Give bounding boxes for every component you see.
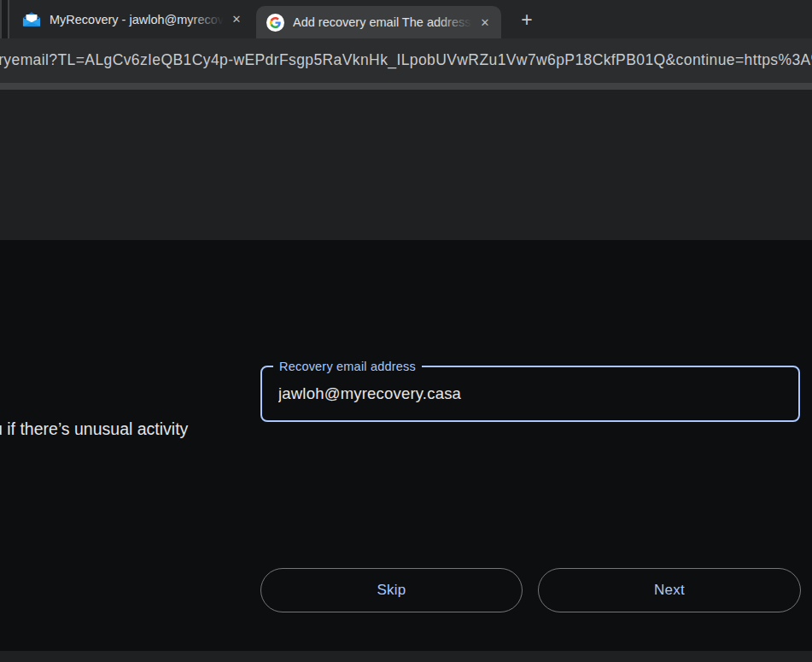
close-icon[interactable]: ✕ xyxy=(476,13,494,32)
address-bar: eryemail?TL=ALgCv6zIeQB1Cy4p-wEPdrFsgp5R… xyxy=(0,38,812,83)
tab-add-recovery-email[interactable]: Add recovery email The address ✕ xyxy=(256,6,501,38)
tab-title-fade xyxy=(188,11,224,28)
skip-button[interactable]: Skip xyxy=(260,568,523,612)
recovery-email-field: Recovery email address xyxy=(260,366,800,422)
tab-myrecovery[interactable]: MyRecovery - jawloh@myrecov ✕ xyxy=(12,0,253,38)
omnibox-bottom-edge xyxy=(0,83,812,90)
tab-title-fade xyxy=(436,14,472,31)
google-g-icon xyxy=(266,14,284,32)
window-edge-sliver xyxy=(0,0,9,38)
unusual-activity-text: u if there’s unusual activity xyxy=(0,419,188,439)
new-tab-icon[interactable]: + xyxy=(515,8,539,32)
tab-strip: MyRecovery - jawloh@myrecov ✕ Add recove… xyxy=(0,0,812,38)
page-content: u if there’s unusual activity Recovery e… xyxy=(0,240,812,651)
close-icon[interactable]: ✕ xyxy=(227,10,246,29)
page-upper-band xyxy=(0,90,812,240)
next-button[interactable]: Next xyxy=(538,568,801,612)
recovery-email-input[interactable] xyxy=(278,367,782,420)
bottom-edge-strip xyxy=(0,651,812,662)
envelope-icon xyxy=(22,11,41,27)
browser-window: MyRecovery - jawloh@myrecov ✕ Add recove… xyxy=(0,0,812,662)
url-text[interactable]: eryemail?TL=ALgCv6zIeQB1Cy4p-wEPdrFsgp5R… xyxy=(0,51,812,69)
